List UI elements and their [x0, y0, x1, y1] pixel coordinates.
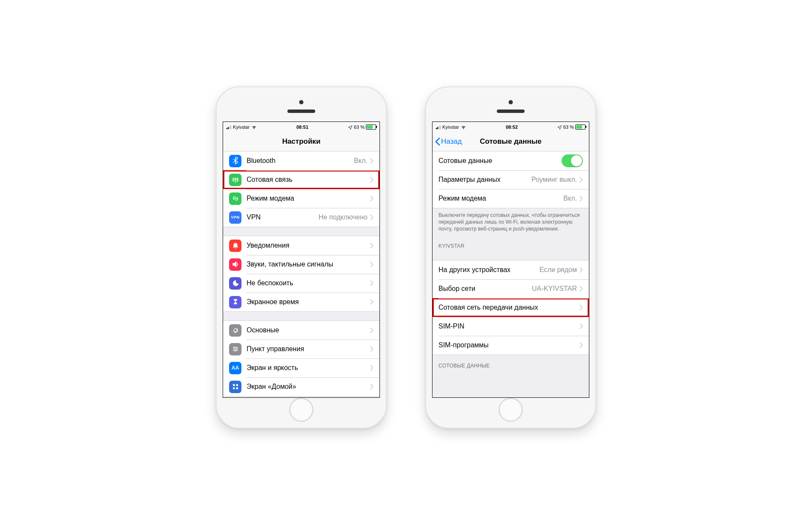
- bell-icon: [229, 240, 241, 252]
- back-label: Назад: [441, 137, 462, 146]
- chevron-right-icon: [580, 323, 583, 329]
- settings-row[interactable]: VPNVPNНе подключено: [223, 208, 380, 227]
- settings-row[interactable]: Не беспокоить: [223, 274, 380, 293]
- chevron-right-icon: [370, 261, 374, 267]
- chevron-right-icon: [370, 177, 374, 183]
- grid-icon: [229, 381, 241, 393]
- settings-row[interactable]: AAЭкран и яркость: [223, 358, 380, 377]
- sliders-icon: [229, 343, 241, 355]
- aa-icon: AA: [229, 362, 241, 374]
- settings-row[interactable]: Звуки, тактильные сигналы: [223, 255, 380, 274]
- row-label: Звуки, тактильные сигналы: [247, 260, 370, 268]
- row-label: Сотовые данные: [438, 157, 562, 165]
- moon-icon: [229, 277, 241, 290]
- cellular-content[interactable]: Сотовые данные Параметры данных Роуминг …: [432, 151, 589, 397]
- chevron-right-icon: [370, 280, 374, 286]
- settings-row[interactable]: SIM-PIN: [432, 317, 589, 336]
- row-label: Сотовая сеть передачи данных: [438, 304, 580, 311]
- cellular-group-carrier: На других устройствахЕсли рядомВыбор сет…: [432, 260, 589, 355]
- signal-bars-icon: [436, 125, 441, 129]
- home-button[interactable]: [289, 398, 313, 422]
- row-data-options[interactable]: Параметры данных Роуминг выкл.: [432, 170, 589, 189]
- row-label: Режим модема: [247, 195, 370, 202]
- chevron-right-icon: [370, 299, 374, 305]
- chevron-right-icon: [370, 243, 374, 249]
- row-label: SIM-программы: [438, 341, 580, 349]
- row-value: Роуминг выкл.: [531, 176, 577, 184]
- chevron-right-icon: [580, 286, 583, 292]
- settings-row[interactable]: BluetoothВкл.: [223, 151, 380, 170]
- status-time: 08:51: [257, 124, 348, 130]
- chevron-right-icon: [580, 267, 583, 273]
- settings-row[interactable]: Сотовая связь: [223, 170, 380, 189]
- settings-row[interactable]: Экранное время: [223, 293, 380, 311]
- row-label: Выбор сети: [438, 285, 532, 293]
- gear-icon: [229, 324, 241, 337]
- carrier-label: Kyivstar: [442, 124, 459, 130]
- row-label: Не беспокоить: [247, 279, 370, 287]
- settings-row[interactable]: Режим модема: [223, 189, 380, 208]
- settings-group-general: ОсновныеПункт управленияAAЭкран и яркост…: [223, 320, 380, 397]
- home-button[interactable]: [499, 398, 523, 422]
- link-icon: [229, 192, 241, 205]
- cellular-group-main: Сотовые данные Параметры данных Роуминг …: [432, 151, 589, 208]
- row-label: VPN: [247, 213, 318, 221]
- settings-row[interactable]: Сотовая сеть передачи данных: [432, 298, 589, 317]
- row-label: Параметры данных: [438, 176, 531, 184]
- phone-right: Kyivstar 08:52 63 % Назад Сотовые данные: [425, 86, 596, 429]
- settings-row[interactable]: Выбор сетиUA-KYIVSTAR: [432, 279, 589, 298]
- speaker-icon: [229, 258, 241, 271]
- settings-content[interactable]: BluetoothВкл.Сотовая связьРежим модемаVP…: [223, 151, 380, 397]
- hourglass-icon: [229, 296, 241, 308]
- wifi-icon: [461, 125, 466, 130]
- cellular-data-toggle[interactable]: [562, 154, 583, 167]
- settings-row[interactable]: Пункт управления: [223, 340, 380, 358]
- chevron-right-icon: [370, 158, 374, 164]
- phone-left: Kyivstar 08:51 63 % Настройки BluetoothВ…: [216, 86, 387, 429]
- section-header-cellular-data: СОТОВЫЕ ДАННЫЕ: [432, 355, 589, 371]
- antenna-icon: [229, 174, 241, 186]
- settings-row[interactable]: На других устройствахЕсли рядом: [432, 260, 589, 279]
- vpn-icon: VPN: [229, 211, 241, 224]
- settings-group-notifications: УведомленияЗвуки, тактильные сигналыНе б…: [223, 236, 380, 312]
- row-label: Экранное время: [247, 298, 370, 306]
- location-icon: [557, 125, 562, 130]
- settings-row[interactable]: Уведомления: [223, 236, 380, 255]
- row-label: Основные: [247, 326, 370, 334]
- row-value: Вкл.: [563, 195, 577, 202]
- row-label: Пункт управления: [247, 345, 370, 353]
- row-value: Не подключено: [318, 213, 368, 221]
- screen-right: Kyivstar 08:52 63 % Назад Сотовые данные: [432, 121, 589, 398]
- status-bar: Kyivstar 08:51 63 %: [223, 122, 380, 132]
- row-value: UA-KYIVSTAR: [532, 285, 577, 293]
- nav-title: Настройки: [223, 137, 380, 146]
- battery-pct: 63 %: [563, 124, 574, 130]
- chevron-right-icon: [580, 177, 583, 183]
- chevron-left-icon: [435, 137, 440, 146]
- settings-row[interactable]: Основные: [223, 321, 380, 340]
- wifi-icon: [251, 125, 257, 130]
- settings-row[interactable]: Экран «Домой»: [223, 377, 380, 396]
- bluetooth-icon: [229, 155, 241, 167]
- row-label: SIM-PIN: [438, 323, 580, 330]
- chevron-right-icon: [580, 195, 583, 201]
- chevron-right-icon: [370, 384, 374, 390]
- settings-group-connectivity: BluetoothВкл.Сотовая связьРежим модемаVP…: [223, 151, 380, 227]
- back-button[interactable]: Назад: [432, 137, 462, 146]
- chevron-right-icon: [370, 327, 374, 333]
- section-header-kyivstar: KYIVSTAR: [432, 235, 589, 252]
- row-value: Вкл.: [354, 157, 368, 165]
- row-hotspot[interactable]: Режим модема Вкл.: [432, 189, 589, 208]
- row-label: Уведомления: [247, 242, 370, 249]
- location-icon: [348, 125, 353, 130]
- chevron-right-icon: [370, 214, 374, 220]
- carrier-label: Kyivstar: [233, 124, 250, 130]
- nav-bar: Настройки: [223, 132, 380, 151]
- chevron-right-icon: [370, 346, 374, 352]
- chevron-right-icon: [580, 342, 583, 348]
- row-cellular-data[interactable]: Сотовые данные: [432, 151, 589, 170]
- row-value: Если рядом: [539, 266, 577, 274]
- settings-row[interactable]: SIM-программы: [432, 336, 589, 355]
- status-time: 08:52: [466, 124, 557, 130]
- battery-pct: 63 %: [354, 124, 365, 130]
